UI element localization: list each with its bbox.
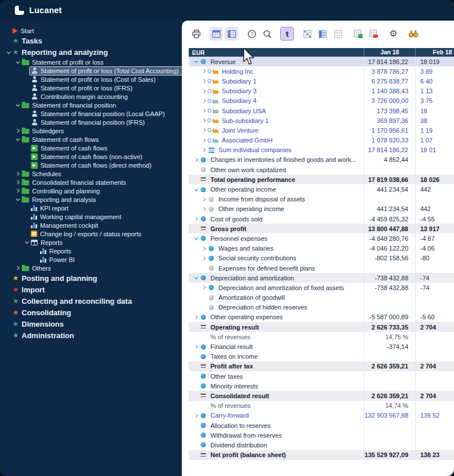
sidebar-item-working-capital-management[interactable]: Working capital management [0,212,182,221]
value-feb[interactable]: 18 026 [415,174,454,184]
value-jan[interactable] [364,303,415,312]
sidebar-item-import[interactable]: ★Import [0,284,182,295]
sidebar-item-change-log-exports-status-reports[interactable]: Change log / exports / status reports [0,229,182,238]
chevron-right-icon[interactable] [14,172,21,175]
value-feb[interactable]: 1 19 [415,125,454,135]
sidebar-item-statement-of-financial-position-ifrs[interactable]: Statement of financial position (IFRS) [0,118,182,126]
sidebar-item-schedules[interactable]: Schedules [0,169,182,178]
chevron-down-icon[interactable] [14,61,21,64]
table-row-gross-profit[interactable]: Gross profit13 800 447,8813 917 [189,224,454,233]
value-feb[interactable] [415,430,454,440]
value-feb[interactable] [415,381,454,391]
value-feb[interactable]: -74 [415,283,454,292]
expand-chevron-down-icon[interactable] [192,276,200,279]
sidebar-item-collecting-and-reconciling-data[interactable]: ★Collecting and reconciling data [0,295,182,307]
sidebar-item-subledgers[interactable]: Subledgers [0,126,182,135]
expand-chevron-right-icon[interactable] [200,149,208,152]
expand-chevron-right-icon[interactable] [192,316,200,319]
table-row-other-operating-expenses[interactable]: Other operating expenses-5 587 000,89-5 … [189,312,454,322]
value-feb[interactable]: -4 55 [415,214,454,224]
table-row-depreciation-and-amortization-of-fixed-assets[interactable]: Depreciation and amortization of fixed a… [189,283,454,292]
value-feb[interactable]: -80 [415,253,454,263]
sidebar-item-reports[interactable]: Reports [0,238,182,247]
value-jan[interactable]: 1 078 920,33 [364,136,415,145]
table-row-social-security-contributions[interactable]: Social security contributions-802 158,56… [189,253,454,263]
chevron-right-icon[interactable] [14,129,21,132]
value-jan[interactable]: -5 587 000,89 [364,312,415,322]
expand-chevron-right-icon[interactable] [192,346,200,348]
value-feb[interactable] [415,293,454,303]
value-feb[interactable]: 1 07 [415,136,454,145]
sidebar[interactable]: Start★Tasks★Reporting and analyzingState… [0,21,182,476]
table-row-of-revenues[interactable]: % of revenues14,75 % [189,332,454,342]
sidebar-item-statement-of-financial-position-local-gaap[interactable]: Statement of financial position (Local G… [0,109,182,118]
sidebar-item-dimensions[interactable]: ★Dimensions [0,318,182,330]
value-jan[interactable]: 369 897,36 [364,116,415,125]
table-row-operating-result[interactable]: Operating result2 626 733,352 704 [189,322,454,332]
value-jan[interactable]: 14,75 % [364,332,415,342]
sidebar-item-contribution-margin-accounting[interactable]: Contribution margin accounting [0,92,182,101]
table-row-sum-individual-companies[interactable]: Sum individual companies17 814 186,2218 … [189,145,454,155]
grid-accounts-icon[interactable] [316,27,329,41]
sidebar-item-reporting-and-analysis[interactable]: Reporting and analysis [0,195,182,204]
chevron-down-icon[interactable] [14,104,21,106]
value-jan[interactable] [364,381,415,391]
sidebar-item-reporting-and-analyzing[interactable]: ★Reporting and analyzing [0,46,182,58]
value-jan[interactable]: 173 398,45 [364,106,415,116]
sidebar-item-statement-of-profit-or-loss[interactable]: Statement of profit or loss [0,58,182,66]
value-feb[interactable] [415,195,454,204]
chevron-down-icon[interactable] [14,138,21,141]
expand-chevron-right-icon[interactable] [200,109,208,112]
value-jan[interactable]: 441 234,54 [364,204,415,214]
table-row-dividend-distribution[interactable]: Dividend distribution [189,440,454,450]
value-feb[interactable]: -4 06 [415,244,454,253]
sidebar-item-statement-of-profit-or-loss-ifrs[interactable]: Statement of profit or loss (IFRS) [0,84,182,92]
table-row-net-profit-balance-sheet[interactable]: Net profit (balance sheet)135 529 927,09… [189,450,454,460]
table-row-of-revenues[interactable]: % of revenues14,74 % [189,401,454,411]
value-feb[interactable]: 18 019 [415,57,454,66]
value-feb[interactable]: 3 89 [415,66,454,76]
value-jan[interactable] [364,293,415,303]
value-feb[interactable] [415,342,454,351]
sidebar-item-others[interactable]: Others [0,264,182,272]
value-jan[interactable]: -374,14 [364,342,415,351]
grid-values-icon[interactable] [300,27,314,41]
expand-chevron-down-icon[interactable] [192,60,200,63]
chevron-down-icon[interactable] [5,51,11,54]
expand-chevron-right-icon[interactable] [200,247,208,250]
table-row-allocation-to-reserves[interactable]: Allocation to reserves [189,421,454,430]
table-row-carry-forward[interactable]: Carry-forward132 903 567,88135 52 [189,411,454,421]
value-jan[interactable]: 6 275 838,77 [364,76,415,86]
table-row-amortization-of-goodwill[interactable]: Amortization of goodwill [189,293,454,303]
value-jan[interactable] [364,263,415,273]
value-jan[interactable]: 1 140 388,43 [364,86,415,96]
value-jan[interactable]: 441 234,54 [364,184,415,194]
value-jan[interactable]: 3 726 000,00 [364,96,415,106]
value-jan[interactable]: 14,74 % [364,401,415,411]
sidebar-item-tasks[interactable]: ★Tasks [0,35,182,46]
expand-chevron-right-icon[interactable] [200,80,208,82]
expand-chevron-right-icon[interactable] [200,100,208,102]
sidebar-item-controlling-and-planning[interactable]: Controlling and planning [0,187,182,195]
sidebar-item-administration[interactable]: ★Administration [0,330,182,341]
value-feb[interactable]: 135 52 [415,411,454,421]
value-feb[interactable]: 6 40 [415,76,454,86]
value-jan[interactable] [364,421,415,430]
table-row-total-operating-performance[interactable]: Total operating performance17 819 038,66… [189,174,454,184]
value-feb[interactable] [415,440,454,450]
table-row-other-own-work-capitalized[interactable]: Other own work capitalized [189,165,454,174]
sidebar-item-posting-and-planning[interactable]: ★Posting and planning [0,272,182,284]
search-icon[interactable] [260,27,274,41]
value-jan[interactable]: 1 170 956,61 [364,125,415,135]
report-columns-icon[interactable] [225,27,238,41]
value-jan[interactable]: -4 046 122,20 [364,244,415,253]
expand-chevron-right-icon[interactable] [200,119,208,122]
expand-chevron-right-icon[interactable] [192,414,200,417]
table-row-associated-gmbh[interactable]: Associated GmbH1 078 920,331 07 [189,136,454,145]
table-row-personnel-expenses[interactable]: Personnel expenses-4 848 280,76-4 87 [189,233,454,243]
value-feb[interactable]: 138 23 [415,450,454,460]
value-jan[interactable] [364,195,415,204]
table-row-depreciation-and-amortization[interactable]: Depreciation and amortization-738 432,88… [189,273,454,283]
expand-chevron-right-icon[interactable] [192,158,200,161]
table-row-other-operating-income[interactable]: Other operating income441 234,54442 [189,204,454,214]
